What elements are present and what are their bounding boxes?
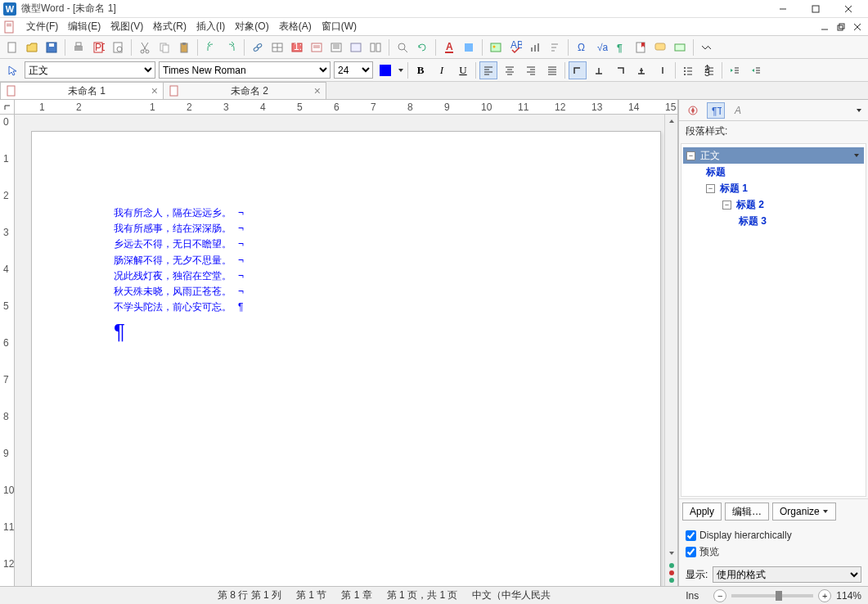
zoom-slider[interactable] bbox=[731, 594, 813, 597]
nav-dots[interactable] bbox=[665, 560, 677, 586]
zoom-in-button[interactable]: + bbox=[818, 589, 831, 602]
tree-toggle-icon[interactable]: − bbox=[706, 184, 715, 193]
show-select[interactable]: 使用的格式 bbox=[713, 566, 861, 583]
image-button[interactable] bbox=[487, 38, 505, 56]
font-color-picker[interactable] bbox=[376, 61, 394, 79]
maximize-button[interactable] bbox=[799, 0, 832, 18]
tab-left-button[interactable] bbox=[569, 61, 587, 79]
menu-object[interactable]: 对象(O) bbox=[230, 18, 273, 35]
comment-button[interactable] bbox=[651, 38, 669, 56]
document-page[interactable]: 我有所念人，隔在远远乡。¬我有所感事，结在深深肠。¬乡远去不得，无日不瞻望。¬肠… bbox=[31, 131, 661, 586]
menu-table[interactable]: 表格(A) bbox=[274, 18, 317, 35]
outdent-button[interactable] bbox=[726, 61, 744, 79]
menu-window[interactable]: 窗口(W) bbox=[317, 18, 362, 35]
refresh-button[interactable] bbox=[413, 38, 431, 56]
tree-root[interactable]: − 正文 bbox=[683, 147, 864, 164]
tab-stop3-button[interactable] bbox=[632, 61, 650, 79]
ratio-button[interactable]: 1:1 bbox=[288, 38, 306, 56]
zoom-button[interactable] bbox=[394, 38, 412, 56]
style-tree[interactable]: − 正文 标题 −标题 1 −标题 2 标题 3 bbox=[681, 143, 866, 497]
print-button[interactable] bbox=[70, 38, 88, 56]
close-button[interactable] bbox=[832, 0, 865, 18]
paragraph-style-select[interactable]: 正文 bbox=[25, 61, 155, 79]
font-select[interactable]: Times New Roman bbox=[159, 61, 331, 79]
zoom-out-button[interactable]: − bbox=[713, 589, 726, 602]
tab-stop1-button[interactable] bbox=[590, 61, 608, 79]
font-size-select[interactable]: 24 bbox=[334, 61, 373, 79]
tree-toggle-icon[interactable]: − bbox=[686, 151, 695, 160]
symbol-button[interactable]: Ω bbox=[573, 38, 591, 56]
underline-button[interactable]: U bbox=[454, 61, 472, 79]
view4-button[interactable] bbox=[367, 38, 385, 56]
menu-format[interactable]: 格式(R) bbox=[148, 18, 191, 35]
chart-button[interactable] bbox=[526, 38, 544, 56]
view1-button[interactable] bbox=[308, 38, 326, 56]
mdi-close[interactable] bbox=[850, 20, 865, 34]
scroll-up-icon[interactable] bbox=[665, 115, 677, 128]
preview-checkbox[interactable]: 预览 bbox=[686, 543, 861, 560]
sort-button[interactable] bbox=[546, 38, 564, 56]
panel-menu-icon[interactable] bbox=[855, 106, 863, 115]
cursor-button[interactable] bbox=[3, 61, 21, 79]
open-button[interactable] bbox=[23, 38, 41, 56]
status-language[interactable]: 中文（中华人民共 bbox=[472, 588, 551, 602]
tab-close-icon[interactable]: × bbox=[151, 84, 158, 97]
field-button[interactable] bbox=[671, 38, 689, 56]
horizontal-ruler[interactable]: 12123456789101112131415 bbox=[15, 100, 677, 115]
tab-doc1[interactable]: 未命名 1 × bbox=[0, 82, 164, 99]
bold-button[interactable]: B bbox=[412, 61, 430, 79]
edit-button[interactable]: 编辑… bbox=[725, 503, 769, 521]
tree-item[interactable]: −标题 2 bbox=[683, 196, 864, 213]
document-text[interactable]: 我有所念人，隔在远远乡。¬我有所感事，结在深深肠。¬乡远去不得，无日不瞻望。¬肠… bbox=[114, 205, 660, 349]
menu-view[interactable]: 视图(V) bbox=[106, 18, 148, 35]
display-hierarchically-checkbox[interactable]: Display hierarchically bbox=[686, 527, 861, 543]
tab-doc2[interactable]: 未命名 2 × bbox=[163, 82, 326, 99]
vertical-scrollbar[interactable] bbox=[664, 115, 677, 586]
dropdown-arrow-icon[interactable] bbox=[398, 67, 404, 74]
indent-button[interactable] bbox=[747, 61, 765, 79]
paste-button[interactable] bbox=[175, 38, 193, 56]
cut-button[interactable] bbox=[136, 38, 154, 56]
align-left-button[interactable] bbox=[479, 61, 497, 79]
align-center-button[interactable] bbox=[501, 61, 519, 79]
link-button[interactable] bbox=[249, 38, 267, 56]
tab-stop2-button[interactable] bbox=[611, 61, 629, 79]
vertical-ruler[interactable]: 0123456789101112 bbox=[0, 115, 15, 586]
undo-button[interactable] bbox=[202, 38, 220, 56]
preview-button[interactable] bbox=[109, 38, 127, 56]
copy-button[interactable] bbox=[155, 38, 173, 56]
align-right-button[interactable] bbox=[522, 61, 540, 79]
tab-close-icon[interactable]: × bbox=[314, 84, 321, 97]
status-insert-mode[interactable]: Ins bbox=[686, 590, 699, 602]
ruler-corner[interactable] bbox=[0, 100, 15, 115]
align-justify-button[interactable] bbox=[543, 61, 561, 79]
minimize-button[interactable] bbox=[767, 0, 799, 18]
bookmark-button[interactable] bbox=[632, 38, 650, 56]
tab-stop4-button[interactable] bbox=[654, 61, 672, 79]
mdi-minimize[interactable] bbox=[817, 20, 832, 34]
bullet-list-button[interactable] bbox=[679, 61, 697, 79]
panel-tab-compass[interactable] bbox=[684, 102, 702, 119]
mdi-restore[interactable] bbox=[834, 20, 848, 34]
number-list-button[interactable]: 123 bbox=[700, 61, 718, 79]
font-color-button[interactable]: A bbox=[440, 38, 458, 56]
organize-dropdown[interactable]: Organize bbox=[772, 503, 836, 521]
overflow-button[interactable] bbox=[698, 38, 716, 56]
table-button[interactable] bbox=[268, 38, 286, 56]
view3-button[interactable] bbox=[347, 38, 365, 56]
tree-toggle-icon[interactable]: − bbox=[722, 201, 731, 210]
panel-tab-paragraph[interactable]: ¶T bbox=[707, 102, 725, 119]
new-button[interactable] bbox=[3, 38, 21, 56]
italic-button[interactable]: I bbox=[433, 61, 451, 79]
pdf-button[interactable]: PDF bbox=[89, 38, 107, 56]
view2-button[interactable] bbox=[327, 38, 345, 56]
menu-file[interactable]: 文件(F) bbox=[21, 18, 63, 35]
tree-item[interactable]: 标题 3 bbox=[683, 213, 864, 229]
apply-button[interactable]: Apply bbox=[682, 503, 722, 521]
tree-item[interactable]: −标题 1 bbox=[683, 180, 864, 196]
pilcrow-button[interactable]: ¶ bbox=[612, 38, 630, 56]
menu-edit[interactable]: 编辑(E) bbox=[63, 18, 106, 35]
page-container[interactable]: 我有所念人，隔在远远乡。¬我有所感事，结在深深肠。¬乡远去不得，无日不瞻望。¬肠… bbox=[15, 115, 664, 586]
zoom-value[interactable]: 114% bbox=[836, 590, 861, 602]
scroll-down-icon[interactable] bbox=[665, 547, 677, 560]
